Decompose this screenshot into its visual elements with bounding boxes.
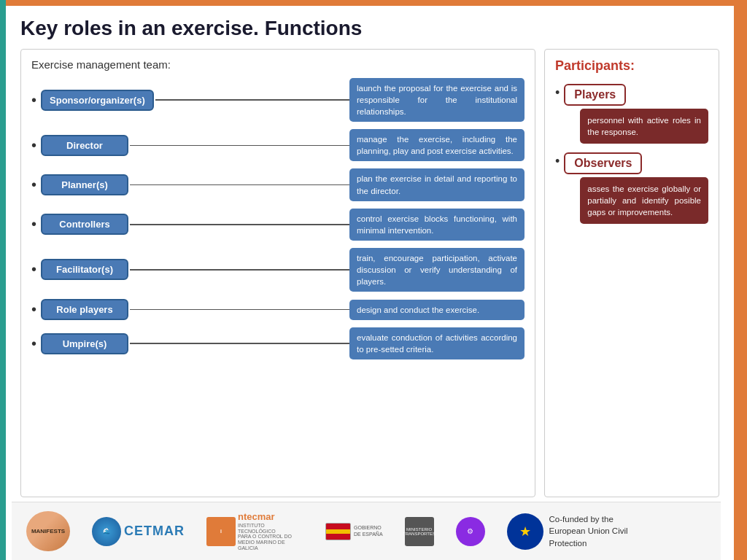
participant-badge: Observers: [564, 152, 642, 174]
role-row: • Facilitator(s) train, encourage partic…: [31, 248, 525, 292]
content-area: Exercise management team: • Sponsor/orga…: [20, 49, 719, 497]
connector: [130, 269, 349, 271]
main-content: Key roles in an exercise. Functions Exer…: [6, 6, 734, 560]
intecmar-subtitle: INSTITUTO TECNOLÓGICOPARA O CONTROL DOME…: [238, 523, 303, 551]
role-row: • Director manage the exercise, includin…: [31, 129, 525, 161]
participant-block: • Players personnel with active roles in…: [555, 84, 708, 144]
logo-transport: MINISTERIOTRANSPORTES: [405, 517, 434, 546]
role-description: launch the proposal for the exercise and…: [349, 78, 525, 122]
manifests-icon: MANIFESTS: [26, 511, 70, 551]
role-badge: Role players: [41, 299, 128, 320]
role-row: • Controllers control exercise blocks fu…: [31, 209, 525, 241]
intecmar-icon: i: [206, 517, 236, 546]
role-badge: Facilitator(s): [41, 259, 128, 280]
participant-bullet: •: [555, 154, 560, 169]
agency-icon: ⚙: [467, 527, 473, 535]
cetmar-text: CETMAR: [124, 524, 185, 539]
transport-text: MINISTERIOTRANSPORTES: [403, 527, 436, 536]
logo-intecmar: i ntecmar INSTITUTO TECNOLÓGICOPARA O CO…: [206, 511, 303, 551]
logo-government: GOBIERNODE ESPAÑA: [325, 523, 383, 540]
participant-row: • Players personnel with active roles in…: [555, 84, 708, 144]
role-row: • Sponsor/organizer(s) launch the propos…: [31, 78, 525, 122]
connector: [130, 224, 349, 225]
connector-line: [130, 145, 349, 147]
participant-content: Players personnel with active roles in t…: [564, 84, 708, 144]
participant-description: asses the exercise globally or partially…: [580, 177, 708, 224]
role-badge: Sponsor/organizer(s): [41, 90, 154, 111]
connector-line: [130, 309, 349, 311]
bullet: •: [31, 301, 36, 318]
eu-text: Co-funded by the European Union Civil Pr…: [549, 513, 644, 548]
participant-badge: Players: [564, 84, 626, 106]
left-panel-title: Exercise management team:: [31, 58, 525, 71]
role-description: train, encourage participation, activate…: [349, 248, 525, 292]
participants-title: Participants:: [555, 58, 708, 74]
left-accent-bar: [0, 0, 6, 560]
logo-manifests: MANIFESTS: [26, 511, 70, 551]
logo-agency: ⚙: [456, 517, 485, 546]
role-description: evaluate conduction of activities accord…: [349, 327, 525, 359]
role-row: • Role players design and conduct the ex…: [31, 299, 525, 320]
cetmar-icon: 🌊: [92, 517, 121, 546]
role-description: control exercise blocks functioning, wit…: [349, 209, 525, 241]
connector-line: [130, 343, 349, 344]
logo-cetmar: 🌊 CETMAR: [92, 517, 185, 546]
bullet: •: [31, 335, 36, 352]
connector-line: [130, 269, 349, 271]
bullet: •: [31, 216, 36, 233]
participant-bullet: •: [555, 85, 560, 101]
role-description: plan the exercise in detail and reportin…: [349, 168, 525, 201]
connector: [130, 343, 349, 344]
connector: [130, 184, 349, 186]
intecmar-text-block: ntecmar INSTITUTO TECNOLÓGICOPARA O CONT…: [238, 511, 303, 551]
participants-container: • Players personnel with active roles in…: [555, 84, 708, 224]
bullet: •: [31, 261, 36, 278]
gov-text: GOBIERNODE ESPAÑA: [354, 525, 383, 537]
role-badge: Umpire(s): [41, 333, 128, 354]
footer: MANIFESTS 🌊 CETMAR i ntecmar INSTITUTO T…: [12, 502, 721, 560]
connector: [130, 309, 349, 311]
top-accent-bar: [6, 0, 734, 6]
bullet: •: [31, 137, 36, 154]
eu-flag-circle: ★: [507, 513, 543, 550]
connector-line: [155, 99, 349, 101]
page-title: Key roles in an exercise. Functions: [20, 17, 719, 40]
bullet: •: [31, 92, 36, 109]
connector: [155, 99, 349, 101]
roles-container: • Sponsor/organizer(s) launch the propos…: [31, 78, 525, 359]
role-description: design and conduct the exercise.: [349, 300, 525, 320]
intecmar-label: ntecmar: [238, 511, 303, 523]
role-description: manage the exercise, including the plann…: [349, 129, 525, 161]
role-badge: Controllers: [41, 214, 128, 235]
role-row: • Umpire(s) evaluate conduction of activ…: [31, 327, 525, 359]
left-panel: Exercise management team: • Sponsor/orga…: [20, 49, 535, 497]
bullet: •: [31, 176, 36, 193]
role-row: • Planner(s) plan the exercise in detail…: [31, 168, 525, 201]
role-badge: Planner(s): [41, 174, 128, 195]
connector-line: [130, 224, 349, 225]
participant-description: personnel with active roles in the respo…: [580, 109, 708, 144]
participant-block: • Observers asses the exercise globally …: [555, 152, 708, 224]
participant-row: • Observers asses the exercise globally …: [555, 152, 708, 224]
logo-eu: ★ Co-funded by the European Union Civil …: [507, 513, 644, 550]
connector-line: [130, 184, 349, 186]
right-panel: Participants: • Players personnel with a…: [544, 49, 719, 497]
right-accent-bar: [734, 0, 747, 560]
connector: [130, 145, 349, 147]
spain-flag: [325, 523, 351, 540]
role-badge: Director: [41, 135, 128, 156]
participant-content: Observers asses the exercise globally or…: [564, 152, 708, 224]
